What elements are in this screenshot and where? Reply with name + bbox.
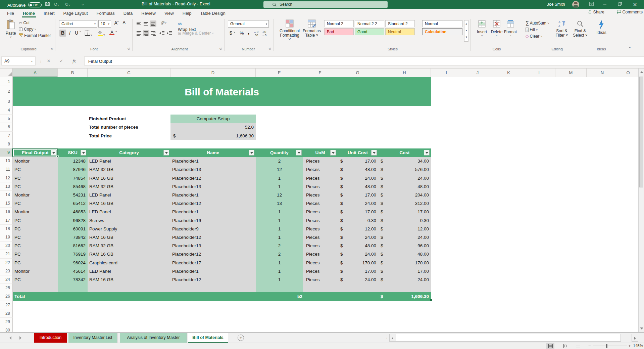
tab-scroll-splitter[interactable]: ⋮ xyxy=(385,335,389,339)
number-dialog-launcher[interactable]: ⇲ xyxy=(267,47,271,51)
user-name[interactable]: Joe Smith xyxy=(547,2,565,7)
increase-decimal-button[interactable]: ←0.00 xyxy=(254,30,258,37)
conditional-formatting-button[interactable]: ConditionalFormatting ˅ xyxy=(279,19,300,42)
decrease-decimal-button[interactable]: .00→0 xyxy=(262,30,266,37)
ribbon-display-options-icon[interactable] xyxy=(586,0,597,9)
collapse-ribbon-icon[interactable]: ⌃ xyxy=(628,46,631,51)
menu-tab-table-design[interactable]: Table Design xyxy=(196,9,230,17)
menu-tab-review[interactable]: Review xyxy=(137,9,160,17)
column-header-D[interactable]: D xyxy=(170,69,256,77)
style-normal[interactable]: Normal xyxy=(422,20,462,27)
zoom-level[interactable]: 145% xyxy=(630,344,643,348)
scroll-down-icon[interactable] xyxy=(640,328,643,330)
filter-button-cost[interactable] xyxy=(424,150,430,156)
sheet-nav-left-icon[interactable] xyxy=(9,336,11,340)
menu-tab-home[interactable]: Home xyxy=(18,9,39,17)
page-layout-view-icon[interactable] xyxy=(561,343,569,349)
row-header-17[interactable]: 17 xyxy=(0,216,13,225)
column-header-E[interactable]: E xyxy=(256,69,303,77)
column-header-G[interactable]: G xyxy=(337,69,378,77)
sort-filter-button[interactable]: AZ Sort &Filter ˅ xyxy=(553,20,571,38)
style-calculation[interactable]: Calculation xyxy=(422,28,462,35)
sheet-grid[interactable]: ABCDEFGHIJKLMNO1234567891011121314151617… xyxy=(0,69,638,332)
redo-icon[interactable]: ↻˅ xyxy=(64,1,70,7)
column-header-N[interactable]: N xyxy=(587,69,618,77)
menu-tab-insert[interactable]: Insert xyxy=(39,9,59,17)
hscroll-right-button[interactable] xyxy=(632,334,638,342)
row-header-23[interactable]: 23 xyxy=(0,267,13,275)
row-header-29[interactable]: 29 xyxy=(0,318,13,326)
column-header-L[interactable]: L xyxy=(524,69,555,77)
styles-gallery-scroll[interactable]: ▲ ▼ ⊽ xyxy=(464,20,468,42)
fill-color-button[interactable]: ˅ xyxy=(97,30,105,37)
zoom-out-icon[interactable]: − xyxy=(588,343,591,348)
menu-tab-file[interactable]: File xyxy=(3,9,18,17)
scroll-up-icon[interactable] xyxy=(640,71,643,73)
decrease-font-icon[interactable]: Aˇ xyxy=(121,20,128,28)
column-header-K[interactable]: K xyxy=(493,69,524,77)
fill-button[interactable]: ↓ Fill ˅ xyxy=(526,27,538,33)
font-size-select[interactable]: 10▾ xyxy=(98,20,111,28)
insert-cells-button[interactable]: Insert ˅ xyxy=(475,20,489,37)
menu-tab-formulas[interactable]: Formulas xyxy=(92,9,119,17)
align-left-icon[interactable] xyxy=(136,30,142,36)
close-button[interactable]: ✕ xyxy=(629,0,641,9)
number-format-select[interactable]: General▾ xyxy=(228,20,269,28)
insert-function-icon[interactable]: fx xyxy=(69,56,79,66)
font-name-select[interactable]: Calibri▾ xyxy=(59,20,97,28)
sheet-nav-right-icon[interactable] xyxy=(19,336,21,340)
row-header-11[interactable]: 11 xyxy=(0,165,13,174)
clear-button[interactable]: ◇ Clear ˅ xyxy=(526,34,543,39)
save-icon[interactable] xyxy=(44,1,50,7)
find-select-button[interactable]: Find &Select ˅ xyxy=(571,20,589,38)
row-header-28[interactable]: 28 xyxy=(0,309,13,318)
column-header-M[interactable]: M xyxy=(555,69,587,77)
row-header-18[interactable]: 18 xyxy=(0,225,13,233)
comma-style-button[interactable]: , xyxy=(246,28,251,35)
row-header-12[interactable]: 12 xyxy=(0,174,13,182)
cancel-formula-icon[interactable]: ✕ xyxy=(44,56,54,66)
style-normal-2[interactable]: Normal 2 xyxy=(324,20,354,27)
row-header-16[interactable]: 16 xyxy=(0,208,13,216)
underline-chevron-icon[interactable]: ˅ xyxy=(80,30,81,33)
column-header-B[interactable]: B xyxy=(58,69,88,77)
sheet-tab-inventory-master-list[interactable]: Inventory Master List xyxy=(68,333,117,343)
increase-font-icon[interactable]: A^ xyxy=(113,20,120,28)
row-header-24[interactable]: 24 xyxy=(0,275,13,284)
row-header-22[interactable]: 22 xyxy=(0,259,13,267)
share-button[interactable]: Share xyxy=(588,10,604,14)
menu-tab-view[interactable]: View xyxy=(160,9,178,17)
enter-formula-icon[interactable]: ✓ xyxy=(56,56,66,66)
wrap-text-button[interactable]: abWrap Text xyxy=(178,21,196,27)
row-header-8[interactable]: 8 xyxy=(0,140,13,148)
row-header-26[interactable]: 26 xyxy=(0,292,13,301)
restore-button[interactable] xyxy=(614,0,626,9)
percent-style-button[interactable]: % xyxy=(239,30,245,37)
style-good[interactable]: Good xyxy=(355,28,384,35)
filter-button-uom[interactable] xyxy=(330,150,336,156)
autosave-toggle[interactable]: AutoSaveOff xyxy=(7,2,42,7)
normal-view-icon[interactable] xyxy=(546,343,554,349)
row-header-4[interactable]: 4 xyxy=(0,106,13,115)
increase-indent-icon[interactable] xyxy=(166,30,173,36)
column-header-O[interactable]: O xyxy=(618,69,638,77)
search-input[interactable]: Search xyxy=(263,1,388,8)
row-header-6[interactable]: 6 xyxy=(0,123,13,131)
style-neutral[interactable]: Neutral xyxy=(385,28,415,35)
zoom-slider[interactable] xyxy=(593,346,627,346)
column-header-H[interactable]: H xyxy=(378,69,431,77)
select-all-corner[interactable] xyxy=(0,69,13,77)
font-color-chevron-icon[interactable]: ˅ xyxy=(115,30,117,33)
vertical-scroll-thumb[interactable] xyxy=(639,77,643,187)
font-color-button[interactable]: A xyxy=(109,30,114,35)
hscroll-left-button[interactable] xyxy=(389,334,396,342)
row-header-7[interactable]: 7 xyxy=(0,132,13,140)
row-header-15[interactable]: 15 xyxy=(0,199,13,208)
underline-button[interactable]: U xyxy=(73,30,80,37)
clipboard-dialog-launcher[interactable]: ⇲ xyxy=(50,47,54,51)
menu-tab-page-layout[interactable]: Page Layout xyxy=(59,9,92,17)
column-header-I[interactable]: I xyxy=(431,69,462,77)
align-top-icon[interactable] xyxy=(136,20,142,27)
zoom-slider-thumb[interactable] xyxy=(606,344,607,348)
format-as-table-button[interactable]: Format asTable ˅ xyxy=(302,19,321,38)
